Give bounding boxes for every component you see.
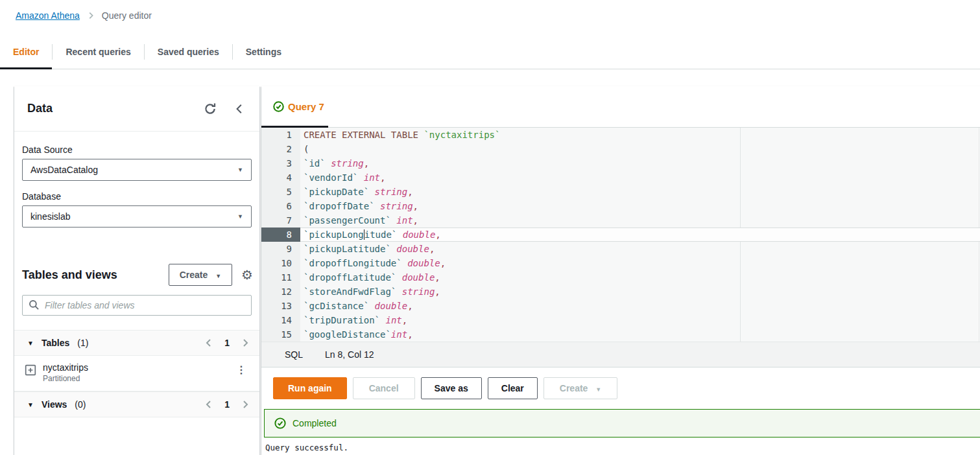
caret-down-icon: ▼ (215, 273, 221, 279)
code-line-15[interactable]: 15`googleDistance`int, (261, 327, 980, 342)
tables-page-number: 1 (224, 338, 230, 348)
tables-and-views-title: Tables and views (22, 268, 117, 282)
save-as-button[interactable]: Save as (421, 377, 482, 399)
line-number: 6 (261, 199, 300, 213)
code-line-9[interactable]: 9`pickupLatitude` double, (261, 242, 980, 256)
kebab-menu-icon[interactable]: ⋮ (232, 362, 250, 378)
run-again-button[interactable]: Run again (273, 377, 347, 399)
clear-button[interactable]: Clear (488, 377, 538, 399)
query-result-message: Query successful. (265, 443, 980, 452)
check-circle-icon (274, 417, 286, 429)
code-line-8[interactable]: 8`pickupLongitude` double, (261, 228, 980, 242)
query-tab[interactable]: Query 7 (261, 86, 328, 127)
tab-saved-queries[interactable]: Saved queries (145, 35, 232, 69)
code-line-11[interactable]: 11`dropoffLatitude` double, (261, 270, 980, 285)
caret-down-icon: ▼ (595, 386, 601, 393)
top-tab-bar: Editor Recent queries Saved queries Sett… (0, 35, 980, 69)
refresh-icon[interactable] (204, 102, 217, 115)
line-number: 2 (261, 142, 300, 156)
search-icon (29, 299, 40, 313)
line-number: 5 (261, 185, 300, 199)
code-line-14[interactable]: 14`tripDuration` int, (261, 313, 980, 327)
query-tab-label: Query 7 (288, 101, 324, 112)
language-indicator: SQL (285, 349, 303, 360)
line-number: 3 (261, 156, 300, 170)
code-line-13[interactable]: 13`gcDistance` double, (261, 299, 980, 313)
sql-code-editor[interactable]: 1CREATE EXTERNAL TABLE `nyctaxitrips`2(3… (261, 128, 980, 342)
create-query-button[interactable]: Create ▼ (544, 377, 617, 399)
completed-status-label: Completed (293, 418, 337, 428)
line-number: 7 (261, 213, 300, 228)
views-section-label: Views (42, 399, 67, 410)
breadcrumb-link-amazon-athena[interactable]: Amazon Athena (16, 10, 80, 21)
code-line-5[interactable]: 5`pickupDate` string, (261, 185, 980, 199)
breadcrumb: Amazon Athena Query editor (0, 0, 980, 21)
data-panel-header: Data (14, 86, 259, 132)
create-button[interactable]: Create ▼ (169, 264, 232, 286)
line-number: 9 (261, 242, 300, 256)
code-line-7[interactable]: 7`passengerCount` int, (261, 213, 980, 228)
gear-icon[interactable]: ⚙ (241, 268, 253, 281)
data-source-select[interactable]: AwsDataCatalog ▼ (22, 159, 252, 181)
line-number: 11 (261, 270, 300, 285)
database-value: kinesislab (30, 211, 70, 222)
expand-plus-icon[interactable] (25, 364, 36, 379)
line-number: 8 (261, 228, 300, 242)
database-label: Database (22, 191, 252, 202)
line-number: 15 (261, 327, 300, 342)
views-page-number: 1 (224, 399, 230, 410)
data-source-label: Data Source (22, 145, 252, 155)
query-actions: Run again Cancel Save as Clear Create ▼ (261, 368, 980, 409)
tab-settings[interactable]: Settings (233, 35, 294, 69)
caret-down-icon: ▼ (237, 167, 243, 173)
views-section-count: (0) (75, 399, 86, 410)
line-number: 12 (261, 285, 300, 299)
code-line-10[interactable]: 10`dropoffLongitude` double, (261, 256, 980, 270)
views-prev-page-icon[interactable] (204, 399, 214, 410)
line-number: 4 (261, 170, 300, 185)
filter-tables-search (22, 295, 252, 316)
code-lines: 1CREATE EXTERNAL TABLE `nyctaxitrips`2(3… (261, 128, 980, 342)
views-section-row: ▼ Views (0) 1 (14, 391, 259, 417)
tables-prev-page-icon[interactable] (204, 338, 214, 348)
views-collapse-caret-icon[interactable]: ▼ (27, 401, 34, 408)
code-line-1[interactable]: 1CREATE EXTERNAL TABLE `nyctaxitrips` (261, 128, 980, 142)
table-row-nyctaxitrips[interactable]: nyctaxitrips Partitioned ⋮ (14, 356, 259, 391)
caret-down-icon: ▼ (237, 213, 243, 220)
tables-collapse-caret-icon[interactable]: ▼ (27, 340, 34, 347)
line-number: 10 (261, 256, 300, 270)
code-line-4[interactable]: 4`vendorId` int, (261, 170, 980, 185)
tables-and-views-header: Tables and views Create ▼ ⚙ (14, 238, 259, 286)
tables-section-label: Tables (42, 338, 69, 348)
table-partitioned-badge: Partitioned (43, 374, 232, 383)
breadcrumb-chevron-icon (86, 11, 95, 20)
tab-editor[interactable]: Editor (0, 35, 52, 69)
data-panel-title: Data (27, 102, 53, 115)
query-editor-panel: Query 7 1CREATE EXTERNAL TABLE `nyctaxit… (261, 86, 980, 455)
collapse-panel-icon[interactable] (233, 103, 245, 115)
tab-recent-queries[interactable]: Recent queries (53, 35, 143, 69)
views-next-page-icon[interactable] (240, 399, 250, 410)
completed-banner: Completed (264, 409, 980, 438)
tables-next-page-icon[interactable] (240, 338, 250, 348)
line-number: 1 (261, 128, 300, 142)
database-select[interactable]: kinesislab ▼ (22, 205, 252, 228)
check-circle-icon (273, 101, 284, 112)
line-number: 14 (261, 313, 300, 327)
cancel-button[interactable]: Cancel (353, 377, 415, 399)
code-line-2[interactable]: 2( (261, 142, 980, 156)
tables-section-row: ▼ Tables (1) 1 (14, 330, 259, 356)
cursor-position: Ln 8, Col 12 (325, 349, 374, 360)
query-tab-bar: Query 7 (261, 86, 980, 128)
breadcrumb-current: Query editor (102, 10, 152, 21)
data-source-value: AwsDataCatalog (30, 165, 98, 175)
code-line-12[interactable]: 12`storeAndFwdFlag` string, (261, 285, 980, 299)
table-name: nyctaxitrips (43, 362, 232, 373)
data-panel: Data Data Source AwsDataCatalog ▼ Databa… (14, 86, 259, 455)
code-line-6[interactable]: 6`dropoffDate` string, (261, 199, 980, 213)
tables-section-count: (1) (77, 338, 88, 348)
filter-tables-input[interactable] (22, 295, 252, 316)
code-line-3[interactable]: 3`id` string, (261, 156, 980, 170)
editor-status-bar: SQL Ln 8, Col 12 (261, 342, 980, 368)
line-number: 13 (261, 299, 300, 313)
